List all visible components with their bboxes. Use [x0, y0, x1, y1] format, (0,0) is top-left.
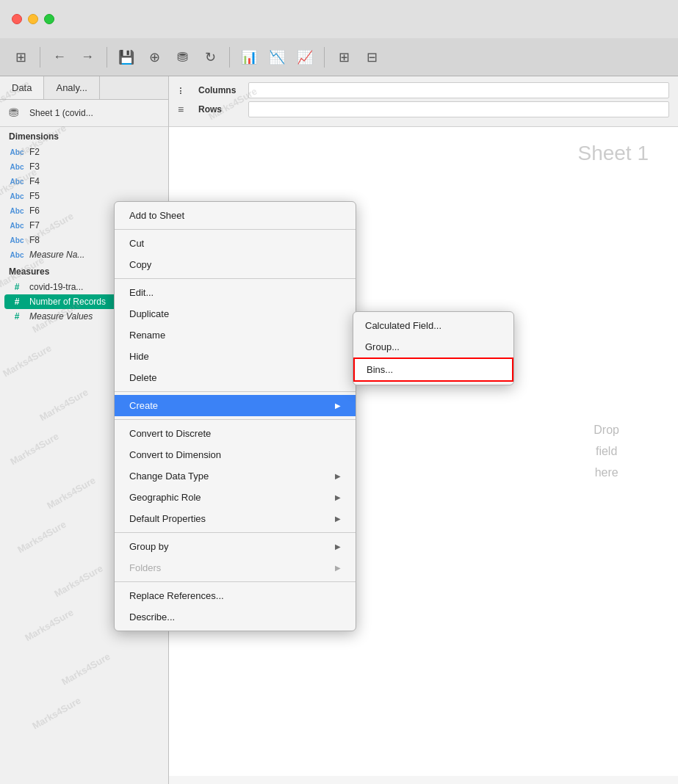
tab-analytics[interactable]: Analy... [44, 76, 99, 99]
drop-text-1: Drop [594, 420, 619, 441]
separator [324, 47, 325, 68]
add-datasource-icon[interactable]: ⊕ [143, 46, 166, 69]
menu-item-label: Hide [129, 351, 149, 362]
maximize-button[interactable] [44, 14, 54, 24]
submenu-item-label: Bins... [367, 364, 393, 375]
field-type-icon: Abc [9, 236, 25, 244]
menu-change-data-type[interactable]: Change Data Type ▶ [115, 465, 356, 487]
submenu-arrow-icon: ▶ [335, 402, 341, 410]
menu-group-by[interactable]: Group by ▶ [115, 536, 356, 557]
rows-drop-zone[interactable] [248, 101, 669, 117]
data-source[interactable]: ⛃ Sheet 1 (covid... [0, 100, 168, 127]
menu-folders[interactable]: Folders ▶ [115, 557, 356, 578]
field-name: Number of Records [29, 297, 106, 307]
toolbar: ⊞ ← → 💾 ⊕ ⛃ ↻ 📊 📉 📈 ⊞ ⊟ [0, 38, 678, 76]
dimensions-header: Dimensions [0, 127, 168, 145]
save-icon[interactable]: 💾 [115, 46, 138, 69]
submenu: Calculated Field... Group... Bins... [353, 311, 514, 385]
field-type-icon: Abc [9, 148, 25, 156]
rows-label: Rows [198, 104, 242, 115]
bar-chart-icon[interactable]: 📊 [237, 46, 261, 69]
menu-item-label: Convert to Dimension [129, 449, 221, 460]
back-icon[interactable]: ← [48, 46, 71, 69]
menu-replace-references[interactable]: Replace References... [115, 585, 356, 606]
menu-item-label: Duplicate [129, 308, 169, 319]
watermark-text: Marks4Sure [59, 651, 112, 688]
main-area: Marks4Sure Marks4Sure Marks4Sure Marks4S… [0, 76, 678, 784]
minimize-button[interactable] [28, 14, 38, 24]
menu-rename[interactable]: Rename [115, 324, 356, 346]
submenu-calculated-field[interactable]: Calculated Field... [353, 315, 513, 336]
menu-geographic-role[interactable]: Geographic Role ▶ [115, 487, 356, 508]
panel-tabs: Data Analy... [0, 76, 168, 100]
bar-chart-x-icon[interactable]: 📈 [293, 46, 317, 69]
field-F4[interactable]: Abc F4 [0, 174, 168, 189]
menu-default-properties[interactable]: Default Properties ▶ [115, 508, 356, 529]
watermark-text: Marks4Sure [8, 431, 60, 468]
menu-item-label: Create [129, 400, 158, 411]
submenu-item-label: Group... [365, 341, 400, 352]
submenu-item-label: Calculated Field... [365, 320, 441, 331]
menu-item-label: Copy [129, 259, 151, 270]
menu-separator [115, 419, 356, 420]
menu-describe[interactable]: Describe... [115, 606, 356, 628]
submenu-bins[interactable]: Bins... [353, 357, 513, 382]
menu-convert-to-discrete[interactable]: Convert to Discrete [115, 423, 356, 444]
menu-hide[interactable]: Hide [115, 346, 356, 367]
field-type-icon: Abc [9, 207, 25, 215]
menu-duplicate[interactable]: Duplicate [115, 303, 356, 324]
forward-icon[interactable]: → [76, 46, 99, 69]
submenu-arrow-icon: ▶ [335, 493, 341, 501]
field-type-icon: Abc [9, 251, 25, 259]
sheet-title: Sheet 1 [577, 142, 649, 165]
menu-delete[interactable]: Delete [115, 367, 356, 388]
field-name: F4 [29, 176, 40, 186]
menu-copy[interactable]: Copy [115, 254, 356, 275]
menu-separator [115, 278, 356, 279]
columns-label: Columns [198, 85, 242, 95]
data-source-name: Sheet 1 (covid... [29, 108, 93, 118]
submenu-group[interactable]: Group... [353, 336, 513, 357]
menu-item-label: Rename [129, 330, 165, 341]
menu-create[interactable]: Create ▶ [115, 395, 356, 416]
menu-convert-to-dimension[interactable]: Convert to Dimension [115, 444, 356, 465]
watermark-text: Marks4Sure [1, 343, 53, 380]
menu-add-to-sheet[interactable]: Add to Sheet [115, 205, 356, 226]
table-plus-icon[interactable]: ⊟ [360, 46, 383, 69]
menu-separator [115, 391, 356, 392]
grid-icon[interactable]: ⊞ [9, 46, 32, 69]
drop-text-3: here [594, 462, 619, 483]
menu-item-label: Convert to Discrete [129, 428, 211, 439]
field-F2[interactable]: Abc F2 [0, 145, 168, 159]
field-name: F6 [29, 206, 40, 216]
separator [40, 47, 40, 68]
columns-drop-zone[interactable] [248, 82, 669, 98]
field-type-icon: Abc [9, 192, 25, 200]
field-type-icon: Abc [9, 178, 25, 186]
rows-shelf: ≡ Rows [178, 101, 669, 117]
field-name: F2 [29, 147, 40, 157]
traffic-lights [12, 14, 54, 24]
bar-chart-down-icon[interactable]: 📉 [265, 46, 289, 69]
drop-field-hint[interactable]: Drop field here [594, 420, 619, 483]
cylinder-icon[interactable]: ⛃ [170, 46, 194, 69]
table-icon[interactable]: ⊞ [332, 46, 356, 69]
separator [107, 47, 107, 68]
watermark-text: Marks4Sure [30, 695, 82, 732]
menu-item-label: Delete [129, 372, 157, 383]
submenu-arrow-icon: ▶ [335, 515, 341, 523]
menu-edit[interactable]: Edit... [115, 282, 356, 303]
field-F3[interactable]: Abc F3 [0, 159, 168, 174]
field-name: covid-19-tra... [29, 282, 83, 292]
field-name: Measure Na... [29, 250, 84, 260]
refresh-icon[interactable]: ↻ [198, 46, 222, 69]
menu-cut[interactable]: Cut [115, 233, 356, 254]
titlebar [0, 0, 678, 38]
context-menu: Add to Sheet Cut Copy Edit... Duplicate … [114, 201, 356, 631]
close-button[interactable] [12, 14, 22, 24]
menu-item-label: Folders [129, 562, 161, 573]
watermark-text: Marks4Sure [15, 519, 68, 556]
watermark-text: Marks4Sure [52, 563, 104, 600]
menu-separator [115, 581, 356, 582]
tab-data[interactable]: Data [0, 76, 44, 99]
